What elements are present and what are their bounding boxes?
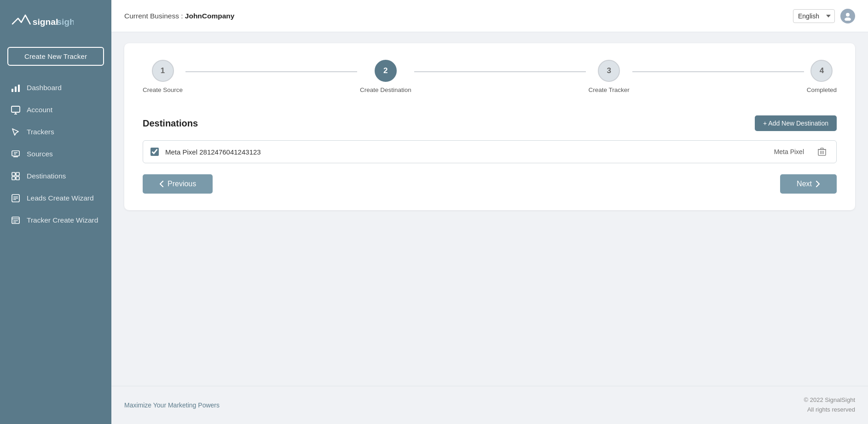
monitor-icon [11,105,20,115]
content-area: 1 Create Source 2 Create Destination [111,32,868,386]
step-2-number: 2 [383,66,388,75]
logo-area: signal sight [0,0,111,47]
next-button[interactable]: Next [780,174,837,194]
trash-icon [818,147,826,156]
step-line-2-3 [414,71,586,72]
svg-point-25 [845,17,851,21]
sidebar-item-label-trackers: Trackers [27,128,54,136]
svg-rect-13 [16,172,19,176]
step-4-number: 4 [820,66,824,75]
business-name: JohnCompany [185,12,235,20]
topbar: Current Business : JohnCompany English S… [111,0,868,32]
svg-text:signal: signal [33,17,58,27]
sidebar-item-label-account: Account [27,106,52,114]
step-3: 3 Create Tracker [589,60,630,93]
app-wrapper: signal sight Create New Tracker Dashboar… [0,0,868,424]
sidebar-item-sources[interactable]: Sources [0,143,111,165]
svg-rect-14 [12,177,15,180]
sources-icon [11,149,20,159]
current-business: Current Business : JohnCompany [124,12,234,20]
footer-copyright-line2: All rights reserved [807,406,855,413]
destination-checkbox[interactable] [150,148,159,156]
chart-icon [11,83,20,92]
svg-rect-5 [12,106,20,112]
user-avatar[interactable] [840,9,855,23]
cursor-icon [11,127,20,137]
destinations-header: Destinations + Add New Destination [143,115,837,131]
step-1-circle: 1 [152,60,174,82]
chevron-right-icon [816,181,820,187]
step-3-circle: 3 [598,60,620,82]
svg-rect-4 [18,85,20,92]
tracker-wizard-icon [11,216,20,225]
create-new-tracker-button[interactable]: Create New Tracker [7,47,104,66]
sidebar-item-leads-create-wizard[interactable]: Leads Create Wizard [0,187,111,209]
main-area: Current Business : JohnCompany English S… [111,0,868,424]
brand-logo: signal sight [9,10,74,32]
step-1-number: 1 [161,66,165,75]
step-4-circle: 4 [810,60,833,82]
topbar-right: English Spanish French German [793,9,855,23]
svg-point-24 [846,13,850,17]
sidebar-item-label-sources: Sources [27,150,53,158]
current-business-label: Current Business : [124,12,183,20]
wizard-card: 1 Create Source 2 Create Destination [124,43,855,210]
step-2-label: Create Destination [360,86,411,93]
step-3-number: 3 [607,66,611,75]
svg-text:sight: sight [57,17,74,27]
sidebar: signal sight Create New Tracker Dashboar… [0,0,111,424]
delete-destination-button[interactable] [815,146,829,157]
sidebar-item-label-dashboard: Dashboard [27,84,62,92]
footer: Maximize Your Marketing Powers © 2022 Si… [111,386,868,424]
svg-rect-3 [15,86,17,92]
footer-copyright: © 2022 SignalSight All rights reserved [804,395,856,415]
step-1-label: Create Source [143,86,183,93]
footer-tagline: Maximize Your Marketing Powers [124,401,220,409]
sidebar-item-label-tracker-create-wizard: Tracker Create Wizard [27,216,98,224]
sidebar-item-label-leads-create-wizard: Leads Create Wizard [27,194,94,202]
chevron-left-icon [159,181,164,187]
sidebar-nav: Dashboard Account Trackers [0,77,111,231]
sidebar-item-tracker-create-wizard[interactable]: Tracker Create Wizard [0,209,111,231]
destination-type: Meta Pixel [774,148,804,155]
nav-buttons: Previous Next [143,174,837,194]
svg-rect-8 [12,151,19,156]
step-2: 2 Create Destination [360,60,411,93]
destinations-title: Destinations [143,118,198,129]
steps-container: 1 Create Source 2 Create Destination [143,60,837,93]
destinations-icon [11,172,20,181]
svg-rect-2 [12,89,13,92]
step-3-label: Create Tracker [589,86,630,93]
previous-button[interactable]: Previous [143,174,213,194]
sidebar-item-label-destinations: Destinations [27,172,66,180]
svg-rect-20 [12,217,19,223]
sidebar-item-trackers[interactable]: Trackers [0,121,111,143]
sidebar-item-account[interactable]: Account [0,99,111,121]
sidebar-item-dashboard[interactable]: Dashboard [0,77,111,99]
step-line-1-2 [185,71,357,72]
add-new-destination-button[interactable]: + Add New Destination [755,115,837,131]
avatar-icon [843,11,852,21]
step-2-circle: 2 [375,60,397,82]
svg-rect-15 [16,177,19,180]
destination-row: Meta Pixel 2812476041243123 Meta Pixel [143,140,837,163]
destination-name: Meta Pixel 2812476041243123 [165,148,768,156]
step-1: 1 Create Source [143,60,183,93]
language-select[interactable]: English Spanish French German [793,9,835,23]
sidebar-item-destinations[interactable]: Destinations [0,165,111,187]
step-line-3-4 [632,71,804,72]
leads-icon [11,194,20,203]
svg-rect-12 [12,172,15,176]
step-4-label: Completed [807,86,837,93]
step-4: 4 Completed [807,60,837,93]
footer-copyright-line1: © 2022 SignalSight [804,396,856,403]
